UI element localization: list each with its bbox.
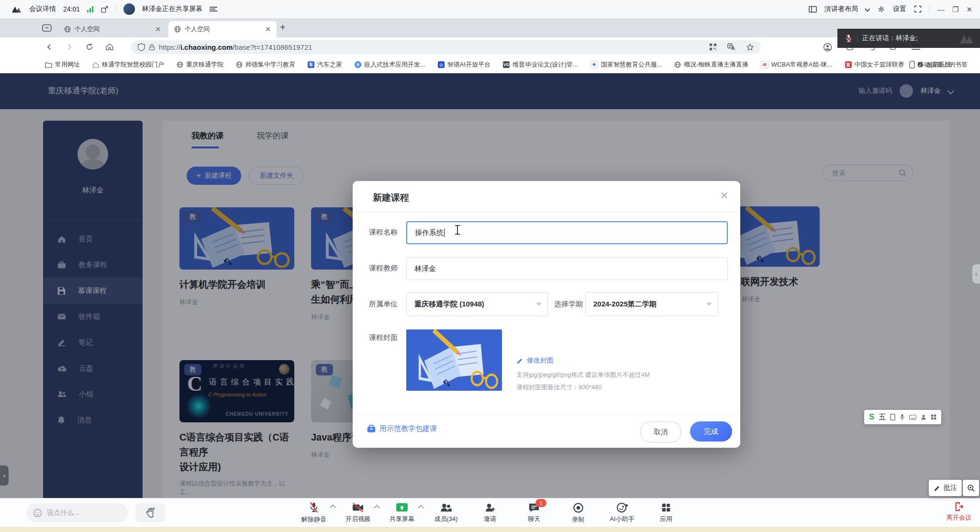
- cancel-button[interactable]: 取消: [640, 421, 681, 442]
- template-course-link[interactable]: 用示范教学包建课: [367, 424, 437, 433]
- sharer-avatar: [123, 3, 135, 15]
- course-teacher-field[interactable]: 林泽金: [406, 257, 728, 280]
- share-options-chevron-icon[interactable]: [418, 505, 424, 511]
- settings-button[interactable]: 设置: [893, 5, 906, 13]
- maximize-button[interactable]: ❐: [952, 6, 958, 13]
- tab-close-icon[interactable]: ✕: [265, 25, 271, 33]
- minimize-button[interactable]: —: [937, 6, 945, 13]
- bookmark-item[interactable]: ◇ 智谱AI开放平台: [438, 60, 490, 69]
- back-icon[interactable]: [45, 43, 54, 51]
- unmute-button[interactable]: 解除静音: [301, 502, 327, 524]
- bookmark-item[interactable]: VG 维普毕业论文(设计)管...: [503, 60, 578, 69]
- mic-options-chevron-icon[interactable]: [330, 504, 336, 510]
- refresh-icon[interactable]: [85, 43, 94, 51]
- meeting-details-button[interactable]: 会议详情: [29, 5, 56, 13]
- apps-button[interactable]: 应用: [653, 502, 679, 523]
- course-name-label: 课程名称: [369, 228, 404, 237]
- quick-chat-input[interactable]: 说点什么...: [26, 503, 128, 522]
- close-button[interactable]: ✕: [966, 6, 972, 13]
- leave-meeting-button[interactable]: 离开会议: [947, 501, 971, 522]
- annotate-button[interactable]: 批注: [929, 480, 962, 496]
- divider: [929, 5, 930, 13]
- share-screen-button[interactable]: 共享屏幕: [389, 502, 415, 523]
- members-icon: [440, 502, 452, 513]
- globe-favicon-icon: [236, 61, 243, 68]
- term-label: 选择学期: [554, 300, 586, 309]
- bookmark-item[interactable]: 师德集中学习教育: [236, 60, 295, 69]
- ime-logo[interactable]: S: [869, 412, 874, 422]
- bookmark-item[interactable]: 概况-蜘蛛直播主播直播: [674, 60, 748, 69]
- ibeam-cursor: [457, 225, 458, 235]
- keyboard-icon[interactable]: [909, 415, 916, 420]
- zoom-tool-button[interactable]: [963, 480, 979, 496]
- bookmark-item[interactable]: 重庆移通学院: [177, 60, 223, 69]
- home-icon[interactable]: [105, 43, 114, 51]
- bookmark-item[interactable]: ✳ 国家智慧教育公共服...: [590, 60, 662, 69]
- layout-chevron-icon[interactable]: [865, 6, 870, 11]
- site-favicon-icon: ✳: [590, 61, 598, 68]
- shield-icon[interactable]: [138, 43, 145, 51]
- translate-icon[interactable]: [727, 43, 735, 51]
- emoji-icon[interactable]: [33, 509, 42, 518]
- globe-favicon-icon: [177, 61, 183, 68]
- bookmark-star-icon[interactable]: [746, 43, 754, 51]
- tab-title: 个人空间: [185, 25, 261, 34]
- ime-mode[interactable]: 五: [879, 413, 886, 422]
- lock-icon[interactable]: [149, 44, 155, 51]
- meeting-app-logo-icon: [11, 5, 22, 13]
- address-bar[interactable]: https://i.chaoxing.com/base?t=1741086519…: [131, 40, 761, 54]
- change-cover-link[interactable]: 修改封面: [516, 356, 554, 365]
- folder-icon: [45, 62, 52, 68]
- sharing-menu-icon[interactable]: [210, 6, 217, 12]
- toolbox-grid-icon[interactable]: [931, 414, 936, 420]
- cover-illustration: [406, 329, 502, 391]
- bookmark-item[interactable]: B 嵌入式技术应用开发...: [355, 60, 425, 69]
- phone-mode-icon[interactable]: [890, 414, 895, 420]
- right-edge-collapse-handle[interactable]: ‹: [972, 264, 980, 283]
- invite-button[interactable]: 邀请: [477, 502, 503, 523]
- mobile-bookmarks[interactable]: 移动设备上的书签: [909, 60, 968, 69]
- muted-mic-icon: [845, 34, 852, 43]
- bookmark-item[interactable]: M WCBA常规赛A组-咪...: [761, 60, 833, 69]
- ai-assistant-button[interactable]: AI小助手: [609, 502, 635, 523]
- pencil-icon: [516, 357, 523, 364]
- bookmark-folder[interactable]: 常用网址: [45, 60, 80, 69]
- course-name-field[interactable]: 操作系统: [406, 221, 728, 244]
- mic-icon[interactable]: [900, 414, 905, 420]
- chat-button[interactable]: 聊天 1: [521, 502, 547, 523]
- share-window-icon[interactable]: [100, 5, 109, 13]
- confirm-button[interactable]: 完成: [690, 421, 732, 441]
- modal-close-icon[interactable]: ✕: [720, 190, 729, 202]
- browser-tab[interactable]: 个人空间 ✕: [58, 21, 167, 37]
- course-cover-preview: [406, 329, 502, 391]
- bookmark-item[interactable]: 车 汽车之家: [308, 60, 342, 69]
- video-options-chevron-icon[interactable]: [374, 505, 380, 511]
- bookmark-item[interactable]: 移通学院智慧校园门户: [92, 60, 164, 69]
- start-video-button[interactable]: 开启视频: [345, 502, 371, 523]
- course-teacher-label: 课程教师: [369, 264, 404, 273]
- term-select[interactable]: 2024-2025第二学期: [585, 292, 718, 316]
- input-method-bar[interactable]: S 五: [864, 410, 941, 424]
- chat-unread-badge: 1: [535, 499, 546, 507]
- bookmark-item[interactable]: 篮 中国女子篮球联赛: [845, 60, 904, 69]
- fullscreen-icon[interactable]: [914, 5, 922, 13]
- site-favicon-icon: ◇: [438, 61, 445, 68]
- layout-button[interactable]: 演讲者布局: [824, 5, 858, 13]
- person-icon[interactable]: [921, 414, 926, 420]
- tab-close-icon[interactable]: ✕: [155, 25, 161, 33]
- left-edge-panel-handle[interactable]: ‹: [0, 465, 9, 486]
- profile-icon[interactable]: [823, 43, 832, 52]
- record-button[interactable]: 录制: [565, 502, 591, 524]
- tab-search-icon[interactable]: [42, 23, 52, 32]
- qr-code-icon[interactable]: [709, 43, 717, 51]
- globe-favicon-icon: [674, 61, 681, 68]
- browser-tab-active[interactable]: 个人空间 ✕: [168, 21, 277, 37]
- divider: [353, 212, 740, 212]
- forward-icon[interactable]: [65, 43, 74, 51]
- members-button[interactable]: 成员(34): [433, 502, 459, 523]
- new-tab-button[interactable]: +: [280, 22, 286, 33]
- site-favicon-icon: 篮: [845, 61, 852, 68]
- unit-select[interactable]: 重庆移通学院 (10948): [406, 292, 548, 316]
- raise-hand-button[interactable]: [135, 503, 165, 522]
- watermark-logo-icon: [959, 32, 975, 45]
